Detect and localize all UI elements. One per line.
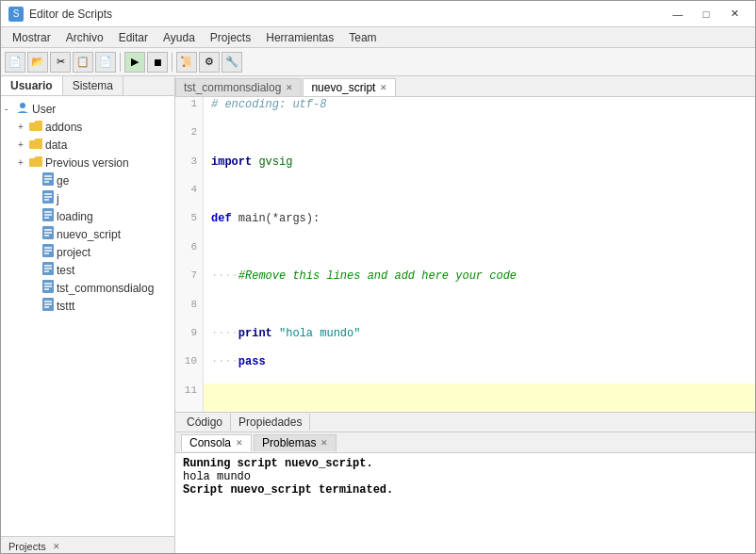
tree-node-previous-version[interactable]: +Previous version: [1, 154, 174, 171]
toolbar-tool[interactable]: 🔧: [222, 52, 242, 73]
line-content[interactable]: import gvsig: [204, 155, 755, 183]
projects-close[interactable]: ✕: [53, 542, 60, 551]
line-content[interactable]: ····print "hola mundo": [204, 326, 755, 354]
tree-node-loading[interactable]: loading: [1, 207, 174, 225]
tree-label-addons: addons: [45, 121, 82, 134]
code-line-6: 6: [175, 240, 755, 269]
line-content[interactable]: # encoding: utf-8: [204, 97, 755, 125]
tree-label-data: data: [45, 138, 67, 152]
code-line-3: 3import gvsig: [175, 155, 755, 183]
tree-icon-data: [29, 137, 42, 153]
menu-item-team[interactable]: Team: [341, 29, 384, 46]
tree-node-tsttt[interactable]: tsttt: [1, 297, 174, 315]
editor-tab-label: tst_commonsdialog: [184, 81, 281, 94]
projects-tab[interactable]: Projects: [5, 541, 50, 552]
toolbar-new[interactable]: 📄: [5, 52, 25, 73]
tree-node-project[interactable]: project: [1, 243, 174, 261]
close-button[interactable]: ✕: [721, 5, 748, 24]
toolbar-copy[interactable]: 📋: [73, 52, 93, 73]
main-layout: Usuario Sistema -User+addons+data+Previo…: [1, 76, 755, 554]
tree-toggle: +: [18, 157, 27, 168]
tree-label-j: j: [57, 192, 59, 205]
tree-icon-user: [16, 101, 29, 117]
line-content[interactable]: [204, 183, 755, 211]
file-tree: -User+addons+data+Previous versiongejloa…: [1, 96, 174, 536]
line-content[interactable]: def main(*args):: [204, 211, 755, 239]
console-tab-close[interactable]: ✕: [320, 438, 328, 448]
code-editor[interactable]: 1# encoding: utf-82 3import gvsig4 5def …: [175, 97, 755, 412]
tab-propiedades[interactable]: Propiedades: [231, 414, 310, 431]
tab-sistema[interactable]: Sistema: [63, 76, 123, 95]
tab-usuario[interactable]: Usuario: [1, 76, 63, 95]
tree-node-nuevo_script[interactable]: nuevo_script: [1, 225, 174, 243]
tree-node-ge[interactable]: ge: [1, 171, 174, 189]
right-panel: tst_commonsdialog✕nuevo_script✕ 1# encod…: [175, 76, 755, 554]
editor-tabs: tst_commonsdialog✕nuevo_script✕: [175, 76, 755, 97]
tab-codigo[interactable]: Código: [179, 414, 231, 431]
code-line-11: 11: [175, 383, 755, 412]
menu-item-projects[interactable]: Projects: [203, 29, 258, 46]
editor-tab-nuevo-script[interactable]: nuevo_script✕: [303, 78, 396, 96]
tree-node-addons[interactable]: +addons: [1, 118, 174, 136]
toolbar-stop[interactable]: ⏹: [147, 52, 168, 73]
line-number: 10: [175, 354, 204, 383]
line-content[interactable]: [204, 383, 755, 412]
svg-point-0: [20, 103, 25, 108]
toolbar-cut[interactable]: ✂: [50, 52, 71, 73]
console-content: Running script nuevo_script.hola mundoSc…: [175, 453, 755, 554]
menu-item-ayuda[interactable]: Ayuda: [156, 29, 203, 46]
line-number: 5: [175, 211, 204, 239]
editor-tab-tst-commonsdialog[interactable]: tst_commonsdialog✕: [175, 78, 302, 96]
line-content[interactable]: ····pass: [204, 354, 755, 383]
toolbar-gear[interactable]: ⚙: [199, 52, 220, 73]
menu-item-archivo[interactable]: Archivo: [58, 29, 111, 46]
toolbar: 📄 📂 ✂ 📋 📄 ▶ ⏹ 📜 ⚙ 🔧: [1, 48, 755, 76]
toolbar-script[interactable]: 📜: [176, 52, 197, 73]
line-content[interactable]: [204, 298, 755, 326]
toolbar-run[interactable]: ▶: [124, 52, 145, 73]
tree-node-data[interactable]: +data: [1, 136, 174, 154]
minimize-button[interactable]: —: [665, 5, 691, 24]
console-tabs: Consola✕Problemas✕: [175, 432, 755, 453]
tree-label-tsttt: tsttt: [57, 300, 74, 313]
tree-node-user[interactable]: -User: [1, 100, 174, 118]
console-line: Running script nuevo_script.: [183, 457, 748, 470]
window-title: Editor de Scripts: [29, 8, 665, 21]
tree-label-tst_commonsdialog: tst_commonsdialog: [57, 282, 154, 295]
editor-bottom-tabs: Código Propiedades: [175, 412, 755, 432]
toolbar-separator-2: [172, 53, 173, 72]
console-tab-consola[interactable]: Consola✕: [181, 434, 252, 451]
tree-toggle: +: [18, 139, 27, 150]
tree-node-j[interactable]: j: [1, 189, 174, 207]
tree-node-tst_commonsdialog[interactable]: tst_commonsdialog: [1, 279, 174, 297]
tree-label-ge: ge: [57, 174, 69, 187]
toolbar-paste[interactable]: 📄: [95, 52, 116, 73]
line-content[interactable]: [204, 125, 755, 154]
tree-icon-loading: [42, 208, 54, 224]
tree-label-user: User: [32, 103, 56, 116]
code-line-10: 10····pass: [175, 354, 755, 383]
svg-rect-2: [29, 140, 42, 149]
tree-label-nuevo_script: nuevo_script: [57, 228, 121, 241]
toolbar-open[interactable]: 📂: [27, 52, 48, 73]
editor-tab-close[interactable]: ✕: [286, 83, 293, 92]
menu-item-editar[interactable]: Editar: [111, 29, 156, 46]
menu-item-mostrar[interactable]: Mostrar: [5, 29, 58, 46]
line-content[interactable]: [204, 240, 755, 269]
tree-icon-test: [42, 262, 54, 278]
left-bottom-bar: Projects ✕: [1, 536, 174, 554]
console-tab-close[interactable]: ✕: [236, 438, 243, 448]
svg-rect-3: [29, 158, 42, 167]
maximize-button[interactable]: □: [693, 5, 719, 24]
tree-node-test[interactable]: test: [1, 261, 174, 279]
line-number: 2: [175, 125, 204, 154]
console-tab-label: Problemas: [262, 436, 316, 449]
line-number: 11: [175, 383, 204, 412]
line-number: 1: [175, 97, 204, 125]
code-line-8: 8: [175, 298, 755, 326]
editor-tab-close[interactable]: ✕: [380, 83, 387, 92]
line-content[interactable]: ····#Remove this lines and add here your…: [204, 269, 755, 297]
console-tab-problemas[interactable]: Problemas✕: [254, 434, 337, 451]
tree-icon-tst_commonsdialog: [42, 280, 54, 296]
menu-item-herramientas[interactable]: Herramientas: [258, 29, 341, 46]
